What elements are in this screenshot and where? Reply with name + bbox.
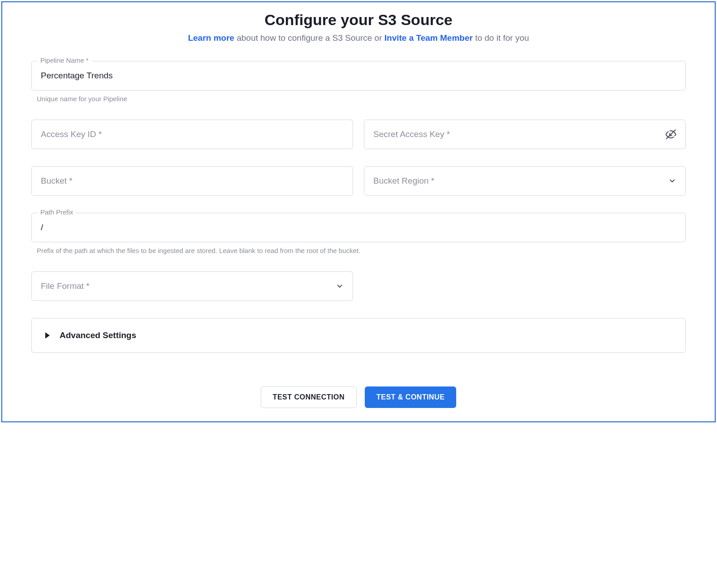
secret-access-key-container[interactable] bbox=[364, 120, 686, 149]
expand-triangle-icon bbox=[45, 332, 50, 339]
bucket-input[interactable] bbox=[41, 176, 344, 186]
bucket-region-field: Bucket Region * bbox=[364, 166, 686, 196]
bucket-container[interactable] bbox=[31, 166, 353, 196]
header: Configure your S3 Source Learn more abou… bbox=[31, 11, 686, 43]
path-prefix-input[interactable] bbox=[41, 223, 676, 232]
access-key-id-input[interactable] bbox=[41, 129, 344, 139]
main-container: Configure your S3 Source Learn more abou… bbox=[1, 1, 716, 422]
bucket-region-container[interactable]: Bucket Region * bbox=[364, 166, 686, 196]
learn-more-link[interactable]: Learn more bbox=[188, 33, 234, 43]
path-prefix-section: Path Prefix Prefix of the path at which … bbox=[31, 213, 686, 254]
test-connection-button[interactable]: TEST CONNECTION bbox=[261, 386, 357, 408]
invite-team-link[interactable]: Invite a Team Member bbox=[384, 33, 473, 43]
file-format-placeholder: File Format * bbox=[41, 281, 331, 291]
path-prefix-helper: Prefix of the path at which the files to… bbox=[37, 247, 686, 254]
chevron-down-icon bbox=[668, 177, 676, 185]
pipeline-name-label: Pipeline Name * bbox=[38, 56, 91, 64]
chevron-down-icon bbox=[336, 282, 344, 290]
file-format-field: File Format * bbox=[31, 271, 353, 301]
bucket-region-placeholder: Bucket Region * bbox=[373, 176, 664, 186]
pipeline-name-field: Pipeline Name * bbox=[31, 61, 686, 90]
file-format-section: File Format * bbox=[31, 271, 686, 301]
test-continue-button[interactable]: TEST & CONTINUE bbox=[365, 386, 456, 408]
access-key-id-field bbox=[31, 120, 353, 149]
subtitle: Learn more about how to configure a S3 S… bbox=[31, 33, 686, 43]
button-row: TEST CONNECTION TEST & CONTINUE bbox=[31, 386, 686, 408]
secret-access-key-input[interactable] bbox=[373, 129, 661, 139]
file-format-container[interactable]: File Format * bbox=[31, 271, 353, 301]
bucket-row: Bucket Region * bbox=[31, 166, 686, 196]
secret-access-key-field bbox=[364, 120, 686, 149]
pipeline-name-input-container[interactable] bbox=[31, 61, 686, 90]
pipeline-name-section: Pipeline Name * Unique name for your Pip… bbox=[31, 61, 686, 103]
subtitle-text-1: about how to configure a S3 Source or bbox=[234, 33, 384, 43]
bucket-field bbox=[31, 166, 353, 196]
subtitle-text-2: to do it for you bbox=[473, 33, 529, 43]
path-prefix-label: Path Prefix bbox=[38, 208, 76, 216]
pipeline-name-helper: Unique name for your Pipeline bbox=[37, 95, 686, 103]
eye-off-icon[interactable] bbox=[665, 129, 676, 140]
advanced-settings-toggle[interactable]: Advanced Settings bbox=[31, 318, 686, 353]
path-prefix-container[interactable] bbox=[31, 213, 686, 242]
access-key-id-container[interactable] bbox=[31, 120, 353, 149]
page-title: Configure your S3 Source bbox=[31, 11, 686, 29]
access-keys-row bbox=[31, 120, 686, 149]
advanced-settings-label: Advanced Settings bbox=[60, 330, 136, 340]
pipeline-name-input[interactable] bbox=[41, 71, 676, 81]
path-prefix-field: Path Prefix bbox=[31, 213, 686, 242]
